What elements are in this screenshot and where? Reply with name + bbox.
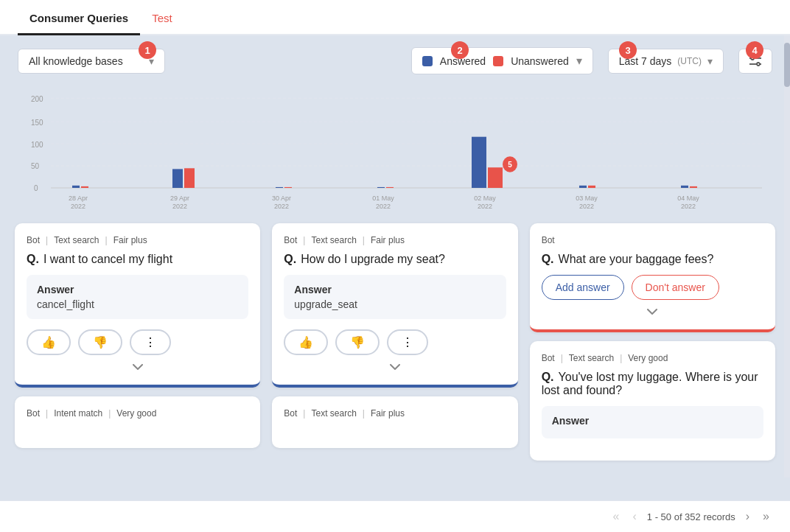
more-options-button-2[interactable]: ⋮ [387, 329, 428, 355]
card-1-answer-label: Answer [37, 284, 238, 295]
card-4-meta-quality: Very good [116, 408, 156, 419]
card-2-meta: Bot | Text search | Fair plus [284, 235, 506, 245]
svg-text:2022: 2022 [681, 202, 696, 209]
thumbs-down-button[interactable]: 👎 [78, 329, 122, 355]
card-3-meta-bot: Bot [542, 235, 555, 245]
answered-dot [422, 56, 433, 66]
card-1-meta-bot: Bot [27, 235, 40, 245]
last-page-button[interactable]: » [760, 508, 772, 525]
svg-text:50: 50 [31, 162, 39, 170]
utc-label: (UTC) [677, 56, 702, 66]
svg-text:29 Apr: 29 Apr [170, 195, 189, 202]
first-page-button[interactable]: « [610, 508, 623, 525]
badge-1: 1 [139, 41, 156, 59]
card-2-answer-box: Answer upgrade_seat [284, 275, 506, 319]
card-3-question: Q.What are your baggage fees? [542, 253, 763, 266]
card-2-meta-quality: Fair plus [371, 235, 405, 245]
svg-text:150: 150 [31, 118, 43, 126]
card-1-actions: 👍 👎 ⋮ [27, 329, 248, 355]
card-5-meta-bot: Bot [284, 408, 297, 419]
svg-text:2022: 2022 [376, 202, 391, 209]
add-answer-button[interactable]: Add answer [542, 275, 624, 300]
scroll-thumb[interactable] [784, 43, 790, 87]
chevron-down-icon-3 [647, 309, 657, 315]
card-4-meta-intent: Intent match [54, 408, 102, 419]
card-5: Bot | Text search | Fair plus [272, 396, 517, 448]
card-3-expand-button[interactable] [542, 306, 763, 318]
card-6-meta: Bot | Text search | Very good [542, 353, 763, 363]
card-1-meta: Bot | Text search | Fair plus [27, 235, 248, 245]
card-1-question: Q.I want to cancel my flight [27, 253, 248, 266]
svg-text:2022: 2022 [172, 202, 187, 209]
more-options-button[interactable]: ⋮ [130, 329, 171, 355]
card-5-meta-quality: Fair plus [371, 408, 405, 419]
svg-rect-30 [172, 169, 183, 188]
card-lost-luggage: Bot | Text search | Very good Q.You've l… [530, 341, 775, 461]
dont-answer-button[interactable]: Don't answer [632, 275, 719, 300]
tab-test[interactable]: Test [140, 3, 184, 35]
svg-rect-43 [690, 186, 697, 188]
card-4: Bot | Intent match | Very good [15, 396, 260, 448]
card-upgrade-seat: Bot | Text search | Fair plus Q.How do I… [272, 223, 517, 388]
card-5-meta-search: Text search [311, 408, 356, 419]
unanswered-dot [493, 56, 503, 66]
svg-rect-34 [377, 187, 385, 188]
svg-text:5: 5 [508, 161, 512, 169]
svg-rect-42 [681, 186, 688, 188]
svg-point-3 [757, 63, 760, 66]
next-page-button[interactable]: › [743, 508, 752, 525]
card-4-meta-bot: Bot [27, 408, 40, 419]
svg-rect-40 [579, 186, 587, 188]
svg-text:2022: 2022 [579, 202, 594, 209]
prev-page-button[interactable]: ‹ [629, 508, 639, 525]
thumbs-up-button-2[interactable]: 👍 [284, 329, 328, 355]
card-1-answer-box: Answer cancel_flight [27, 275, 248, 319]
card-6-question: Q.You've lost my luggage. Where is your … [542, 371, 763, 397]
knowledge-base-label: All knowledge bases [29, 55, 123, 67]
filter-row: All knowledge bases ▾ 1 Answered Unanswe… [0, 35, 790, 86]
card-2-meta-search: Text search [311, 235, 356, 245]
scrollbar[interactable] [784, 35, 790, 477]
svg-text:100: 100 [31, 140, 43, 148]
svg-rect-36 [472, 137, 486, 188]
card-2-expand-button[interactable] [284, 361, 506, 373]
svg-text:03 May: 03 May [576, 195, 598, 202]
chevron-down-icon [133, 364, 143, 370]
thumbs-down-button-2[interactable]: 👎 [335, 329, 380, 355]
chart-area: 200 150 100 50 0 28 Apr 2022 29 Apr 2022… [0, 86, 790, 211]
svg-rect-33 [284, 187, 292, 188]
main-content: Bot | Text search | Fair plus Q.I want t… [0, 211, 790, 472]
svg-text:02 May: 02 May [474, 195, 496, 202]
col-left: Bot | Text search | Fair plus Q.I want t… [15, 223, 260, 461]
card-4-meta: Bot | Intent match | Very good [27, 408, 248, 419]
badge-2: 2 [451, 41, 469, 59]
tab-consumer-queries[interactable]: Consumer Queries [18, 3, 140, 35]
card-cancel-flight: Bot | Text search | Fair plus Q.I want t… [15, 223, 260, 388]
card-2-answer-label: Answer [294, 284, 495, 295]
card-1-answer-value: cancel_flight [37, 298, 238, 310]
svg-text:04 May: 04 May [677, 195, 699, 202]
svg-rect-37 [488, 167, 503, 188]
legend-dropdown-arrow: ▾ [576, 54, 582, 68]
card-5-meta: Bot | Text search | Fair plus [284, 408, 506, 419]
card-3-meta: Bot [542, 235, 763, 245]
legend-group[interactable]: Answered Unanswered ▾ [411, 47, 593, 74]
svg-text:200: 200 [31, 94, 43, 102]
svg-text:2022: 2022 [71, 202, 85, 209]
svg-text:2022: 2022 [478, 202, 492, 209]
card-2-answer-value: upgrade_seat [294, 298, 495, 310]
thumbs-up-button[interactable]: 👍 [27, 329, 71, 355]
svg-rect-28 [72, 186, 80, 188]
col-right: Bot Q.What are your baggage fees? Add an… [530, 223, 775, 461]
card-2-actions: 👍 👎 ⋮ [284, 329, 506, 355]
card-1-expand-button[interactable] [27, 361, 248, 373]
card-6-answer-label: Answer [552, 415, 753, 427]
card-baggage-fees: Bot Q.What are your baggage fees? Add an… [530, 223, 775, 332]
badge-3: 3 [619, 41, 637, 59]
badge-4: 4 [746, 41, 763, 59]
card-6-meta-search: Text search [569, 353, 614, 363]
svg-rect-35 [386, 187, 394, 188]
footer-bar: « ‹ 1 - 50 of 352 records › » [0, 500, 790, 532]
card-6-meta-bot: Bot [542, 353, 555, 363]
card-2-question: Q.How do I upgrade my seat? [284, 253, 506, 266]
